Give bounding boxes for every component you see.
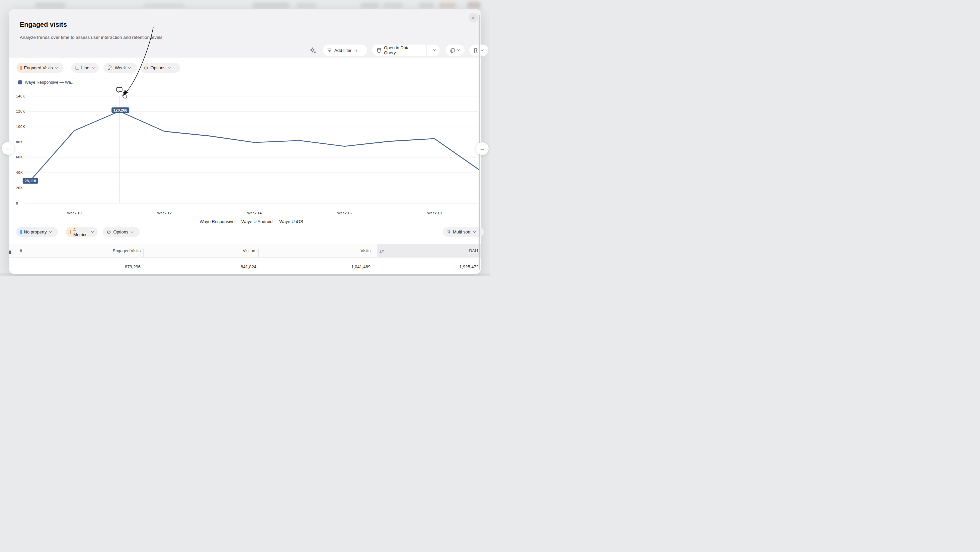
- cell-visits: 1,041,469: [304, 264, 371, 269]
- data-point-label: 120,268: [111, 107, 129, 113]
- database-icon: [377, 48, 381, 53]
- gear-icon: ⚙: [144, 65, 148, 70]
- metric-accent-bar: [21, 65, 22, 70]
- background-blob: [253, 2, 290, 8]
- divider: [426, 45, 427, 56]
- chevron-down-icon: [473, 231, 476, 233]
- column-divider: [258, 249, 259, 257]
- line-chart-icon: [75, 65, 79, 70]
- multi-sort-button[interactable]: ⇅ Multi sort: [443, 227, 484, 237]
- add-filter-button[interactable]: Add filter +: [323, 45, 367, 56]
- data-point-label: 28,118: [22, 178, 38, 183]
- vertical-scrollbar[interactable]: [479, 15, 480, 270]
- legend-label: Waye Responsive — Wa...: [25, 80, 74, 85]
- sort-descending-icon[interactable]: [379, 249, 384, 255]
- sort-arrows-icon: ⇅: [447, 230, 450, 234]
- previous-chart-button[interactable]: ←: [2, 142, 14, 155]
- metrics-chip-label: 4 Metrics: [73, 227, 89, 237]
- chevron-down-icon: [480, 49, 484, 51]
- background-blob: [35, 2, 65, 8]
- close-icon[interactable]: ✕: [469, 13, 478, 22]
- plus-icon: +: [355, 48, 358, 53]
- chevron-down-icon: [168, 67, 171, 69]
- options-chip-label: Options: [151, 65, 165, 70]
- time-database-icon: [107, 65, 113, 70]
- metric-chip-label: Engaged Visits: [24, 65, 53, 70]
- legend[interactable]: Waye Responsive — Wa...: [18, 80, 74, 85]
- open-in-data-query-dropdown[interactable]: [430, 49, 440, 51]
- cell-engaged-visits: 879,296: [74, 264, 141, 269]
- page-subtitle: Analyze trends over time to assess user …: [20, 35, 162, 40]
- property-chip-label: No property: [24, 230, 47, 235]
- table-options-chip-label: Options: [113, 230, 129, 235]
- row-indicator: [10, 250, 11, 254]
- metrics-chip[interactable]: 4 Metrics: [66, 227, 98, 237]
- background-blob: [419, 3, 434, 8]
- granularity-chip[interactable]: Week: [103, 63, 137, 73]
- background-blob: [296, 3, 316, 8]
- cell-dau: 1,925,472: [412, 264, 479, 269]
- background-blob: [361, 3, 379, 8]
- chevron-down-icon: [433, 49, 436, 51]
- column-header-visitors[interactable]: Visitors: [189, 249, 256, 253]
- chevron-down-icon: [130, 231, 134, 233]
- property-chip[interactable]: No property: [16, 227, 58, 237]
- open-in-data-query-label: Open in Data Query: [384, 45, 420, 55]
- chevron-down-icon: [92, 67, 95, 69]
- legend-swatch: [18, 80, 22, 85]
- background-blob: [467, 2, 480, 9]
- metric-chip[interactable]: Engaged Visits: [16, 63, 64, 73]
- chevron-down-icon: [91, 231, 94, 233]
- chevron-down-icon: [128, 67, 131, 69]
- property-accent-bar: [21, 230, 22, 234]
- download-icon: [474, 48, 479, 53]
- background-blob: [383, 3, 403, 8]
- background-blob: [439, 3, 456, 8]
- filter-icon: [327, 48, 332, 52]
- column-header-visits[interactable]: Visits: [304, 249, 371, 253]
- granularity-chip-label: Week: [115, 65, 126, 70]
- chart-type-chip[interactable]: Line: [71, 63, 99, 73]
- chevron-down-icon: [457, 49, 460, 51]
- chevron-down-icon: [55, 67, 58, 69]
- copy-icon: [450, 48, 455, 53]
- column-divider: [377, 249, 377, 257]
- column-header-index[interactable]: #: [20, 249, 22, 253]
- arrow-right-icon: →: [480, 145, 485, 152]
- table-options-chip[interactable]: ⚙ Options: [103, 227, 140, 237]
- gear-icon: ⚙: [107, 230, 111, 235]
- background-blob: [144, 3, 184, 8]
- page-title: Engaged visits: [20, 21, 67, 29]
- options-chip[interactable]: ⚙ Options: [140, 63, 180, 73]
- column-header-engaged-visits[interactable]: Engaged Visits: [74, 249, 141, 253]
- chevron-down-icon: [49, 231, 52, 233]
- next-chart-button[interactable]: →: [476, 142, 488, 155]
- metrics-accent-bar: [70, 230, 71, 234]
- chart-caption: Waye Responsive — Waye U Android — Waye …: [25, 219, 478, 224]
- ai-sparkles-icon[interactable]: [309, 47, 317, 56]
- open-in-data-query-button[interactable]: Open in Data Query: [372, 45, 440, 56]
- table-divider: [10, 257, 480, 258]
- duplicate-button[interactable]: [445, 45, 465, 56]
- chart-type-chip-label: Line: [81, 65, 89, 70]
- add-filter-label: Add filter: [334, 48, 352, 53]
- multi-sort-label: Multi sort: [453, 230, 471, 235]
- arrow-left-icon: ←: [5, 145, 11, 152]
- column-header-dau[interactable]: DAU: [411, 249, 478, 253]
- cell-visitors: 641,824: [189, 264, 256, 269]
